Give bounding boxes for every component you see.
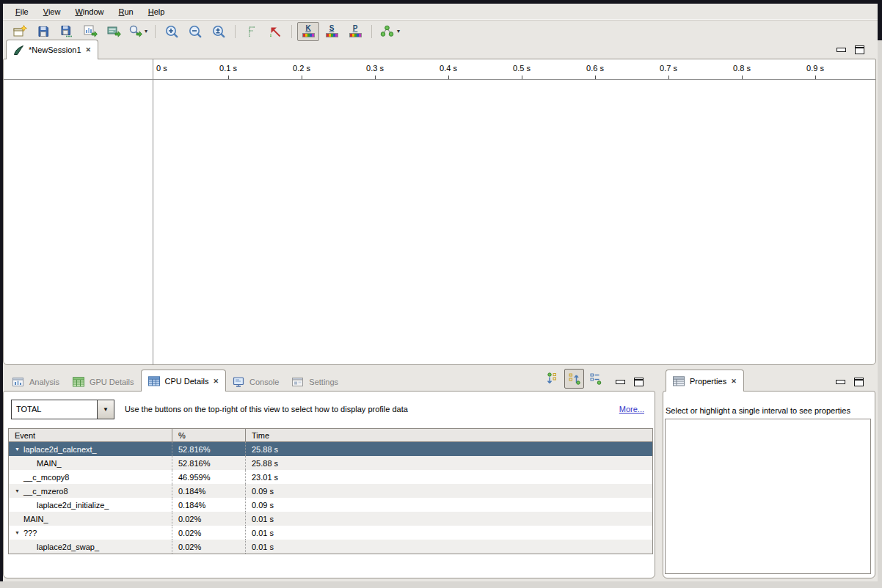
table-row[interactable]: MAIN_52.816%25.88 s <box>9 456 652 470</box>
menu-file[interactable]: File <box>9 5 35 18</box>
profile-chart-icon <box>84 25 98 37</box>
event-name: MAIN_ <box>23 515 48 523</box>
event-name: laplace2d_initialize_ <box>37 501 109 510</box>
tree-callees-button[interactable] <box>543 369 563 389</box>
inspect-icon <box>128 25 142 37</box>
table-row[interactable]: MAIN_0.02%0.01 s <box>9 512 652 526</box>
tab-analysis[interactable]: Analysis <box>6 372 66 392</box>
profile-scope-select[interactable]: TOTAL <box>11 400 98 419</box>
timeline-canvas[interactable] <box>153 80 875 364</box>
event-time: 25.88 s <box>245 442 652 456</box>
flag-arrow-button[interactable] <box>264 22 286 41</box>
column-header-time[interactable]: Time <box>245 429 652 441</box>
main-toolbar: ▾KSP▾ <box>3 20 878 42</box>
new-session-button[interactable] <box>9 22 31 41</box>
flag-arrow-icon <box>269 26 282 37</box>
process-toggle-icon: P <box>349 25 362 37</box>
minimize-button[interactable] <box>616 380 625 384</box>
event-name: __c_mcopy8 <box>23 473 69 482</box>
flat-view-button[interactable] <box>586 369 605 389</box>
maximize-button[interactable] <box>634 378 644 386</box>
event-percent: 46.959% <box>172 470 245 484</box>
event-percent: 0.02% <box>172 512 245 526</box>
table-row[interactable]: laplace2d_initialize_0.184%0.09 s <box>9 498 652 512</box>
analysis-tree-button[interactable]: ▾ <box>377 22 402 41</box>
tab-properties[interactable]: Properties ✕ <box>666 370 744 392</box>
editor-tab-strip: *NewSession1 ✕ <box>3 40 876 59</box>
more-link[interactable]: More... <box>619 405 644 414</box>
properties-tab-label: Properties <box>690 377 726 386</box>
toolbar-separator <box>235 25 236 38</box>
ruler-tick-mark <box>448 76 449 79</box>
menu-run[interactable]: Run <box>112 5 140 18</box>
event-name: MAIN_ <box>37 459 62 468</box>
maximize-button[interactable] <box>854 378 864 386</box>
ruler-tick-mark <box>595 76 596 79</box>
ruler-tick-label: 0.4 s <box>440 64 457 73</box>
flag-f-icon <box>247 26 257 37</box>
tab-settings[interactable]: Settings <box>285 372 345 392</box>
expand-toggle-icon[interactable]: ▼ <box>12 446 22 452</box>
session-tab[interactable]: *NewSession1 ✕ <box>6 40 98 59</box>
event-percent: 52.816% <box>172 442 245 456</box>
stream-toggle-button[interactable]: S <box>321 22 343 41</box>
stream-toggle-icon: S <box>326 25 338 37</box>
column-header-percent[interactable]: % <box>172 429 245 441</box>
close-icon[interactable]: ✕ <box>731 378 737 385</box>
new-session-icon <box>13 25 27 37</box>
event-time: 0.09 s <box>245 484 652 498</box>
timeline-names-panel <box>4 80 153 364</box>
inspect-button[interactable]: ▾ <box>126 22 150 41</box>
tab-gpu-details[interactable]: GPU Details <box>66 372 141 392</box>
event-time: 0.01 s <box>245 512 652 526</box>
kernel-toggle-icon: K <box>302 25 315 37</box>
table-row[interactable]: __c_mcopy846.959%23.01 s <box>9 470 652 484</box>
table-row[interactable]: laplace2d_swap_0.02%0.01 s <box>9 540 652 554</box>
tab-cpu-details[interactable]: CPU Details✕ <box>141 370 226 392</box>
zoom-out-icon <box>189 25 203 38</box>
chevron-down-icon[interactable]: ▾ <box>397 28 400 34</box>
vertical-splitter[interactable] <box>655 369 663 580</box>
flag-f-button[interactable] <box>241 22 263 41</box>
ruler-tick-mark <box>228 76 229 79</box>
chevron-down-icon[interactable]: ▼ <box>98 400 114 419</box>
ruler-tick-mark <box>815 76 816 79</box>
toolbar-separator <box>371 25 372 38</box>
tree-callers-button[interactable] <box>564 369 584 389</box>
table-row[interactable]: ▼__c_mzero80.184%0.09 s <box>9 484 652 498</box>
profile-card-button[interactable] <box>103 22 125 41</box>
save-button[interactable] <box>32 22 54 41</box>
analysis-icon <box>12 377 25 387</box>
minimize-button[interactable] <box>837 48 846 52</box>
cpu-details-hint: Use the buttons on the top-right of this… <box>125 405 408 414</box>
minimize-button[interactable] <box>836 380 845 384</box>
analysis-tree-icon <box>379 25 395 37</box>
cpu-details-icon <box>148 376 161 386</box>
column-header-event[interactable]: Event <box>9 429 172 441</box>
close-icon[interactable]: ✕ <box>213 378 219 385</box>
profile-chart-button[interactable] <box>79 22 101 41</box>
ruler-tick-label: 0.6 s <box>586 64 604 73</box>
menu-window[interactable]: Window <box>68 5 110 18</box>
save-all-button[interactable] <box>56 22 78 41</box>
menu-help[interactable]: Help <box>142 5 172 18</box>
tab-label: CPU Details <box>165 377 209 386</box>
tab-console[interactable]: Console <box>226 372 285 392</box>
kernel-toggle-button[interactable]: K <box>297 22 319 41</box>
expand-toggle-icon[interactable]: ▼ <box>12 530 22 535</box>
chevron-down-icon[interactable]: ▾ <box>145 28 147 34</box>
close-icon[interactable]: ✕ <box>86 46 92 54</box>
table-row[interactable]: ▼laplace2d_calcnext_52.816%25.88 s <box>9 442 652 456</box>
table-row[interactable]: ▼???0.02%0.01 s <box>9 526 652 540</box>
zoom-in-button[interactable] <box>161 22 183 41</box>
zoom-reset-button[interactable] <box>208 22 230 41</box>
tree-desc-icon <box>547 372 560 385</box>
ruler-tick-label: 0 s <box>156 64 167 73</box>
event-table-header: Event % Time <box>8 428 653 442</box>
zoom-out-button[interactable] <box>184 22 206 41</box>
expand-toggle-icon[interactable]: ▼ <box>12 488 22 493</box>
menu-view[interactable]: View <box>37 5 68 18</box>
process-toggle-button[interactable]: P <box>344 22 366 41</box>
maximize-button[interactable] <box>855 45 864 54</box>
zoom-in-icon <box>165 25 179 38</box>
